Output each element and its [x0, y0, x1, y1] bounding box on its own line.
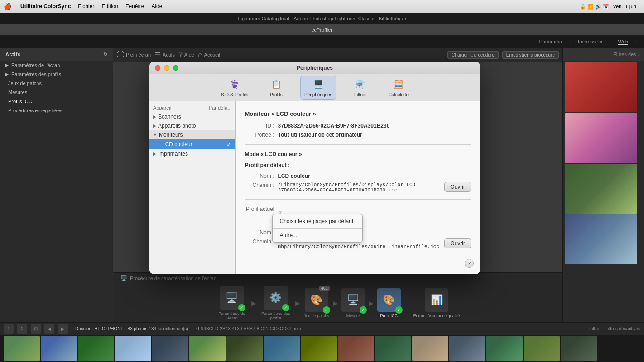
filmstrip-thumb-2[interactable] [41, 336, 77, 361]
apple-menu[interactable]: 🍎 [4, 3, 11, 10]
status-right: Filtre : Filtres désactivés [589, 326, 640, 331]
nav-jeux-patchs[interactable]: Jeux de patchs [0, 79, 113, 88]
aide-menu[interactable]: Aide [151, 3, 162, 10]
nav-mesures[interactable]: Mesures [0, 88, 113, 97]
ouvrir-button-1[interactable]: Ouvrir [444, 182, 471, 192]
nav-label-6: Procédures enregistrées [8, 108, 62, 113]
nav-procedures[interactable]: Procédures enregistrées [0, 106, 113, 115]
filmstrip-thumb-3[interactable] [78, 336, 114, 361]
filmstrip-thumb-1[interactable] [4, 336, 40, 361]
qa-icon: 📊 [425, 288, 448, 312]
thumb-1[interactable] [565, 62, 637, 112]
dropdown-item-default[interactable]: Choisir les réglages par défaut [273, 216, 362, 227]
plein-ecran-btn[interactable]: ⛶ Plein écran [117, 51, 151, 59]
filmstrip-thumb-5[interactable] [152, 336, 188, 361]
page-num-2[interactable]: 2 [17, 324, 27, 334]
app-name[interactable]: Utilitaire ColorSync [20, 3, 71, 10]
nom-label: Nom : [245, 173, 274, 179]
edition-menu[interactable]: Edition [101, 3, 118, 10]
status-icons: 🔒 📶 🔊 📅 [580, 4, 609, 10]
monitor-title: Moniteur « LCD couleur » [245, 110, 471, 117]
tab-panorama[interactable]: Panorama [539, 39, 562, 44]
window-close-btn[interactable] [155, 65, 160, 71]
thumb-2[interactable] [565, 113, 637, 163]
aide-label: Aide [184, 52, 194, 57]
toolbar-filtres[interactable]: ⚗️ Filtres [351, 76, 370, 99]
filmstrip-thumb-14[interactable] [486, 336, 523, 361]
filmstrip-thumb-6[interactable] [189, 336, 226, 361]
right-actions: Charger la procédure Enregistrer la proc… [447, 51, 559, 59]
step1-icon[interactable]: 🖥️ ✓ [220, 286, 244, 310]
sidebar-group-appareils[interactable]: ▶ Appareils photo [149, 121, 235, 130]
fichier-menu[interactable]: Fichier [78, 3, 94, 10]
monitor-icon: 🖥️ [120, 275, 127, 281]
ouvrir-button-2[interactable]: Ouvrir [444, 238, 471, 248]
default-profile-label: Profil par défaut : [245, 162, 471, 168]
dropdown-item-autre[interactable]: Autre... [273, 230, 362, 241]
step5-visual: 🎨 [383, 294, 395, 306]
nav-parametres-profils[interactable]: ▶ Paramètres des profils [0, 70, 113, 79]
thumb-4[interactable] [565, 214, 637, 264]
folder-info: Dossier : HEIC IPHONE 83 photos / 83 sél… [75, 326, 188, 331]
sidebar-group-scanners-header[interactable]: ▶ Scanners [149, 112, 235, 121]
step4-label: Mesure [346, 314, 360, 318]
page-num-1[interactable]: 1 [4, 324, 14, 334]
actifs-btn[interactable]: ☰ Actifs [154, 51, 175, 59]
sidebar-group-imprimantes-header[interactable]: ▶ Imprimantes [149, 149, 235, 158]
sidebar-group-appareils-header[interactable]: ▶ Appareils photo [149, 121, 235, 130]
calculette-label: Calculette [389, 92, 409, 97]
workflow-steps: 🖥️ ✓ Paramètres de l'écran ▶ ⚙️ ✓ Paramè… [113, 284, 562, 322]
step4-icon[interactable]: 🖥️ ✓ [341, 288, 365, 312]
window-minimize-btn[interactable] [164, 65, 169, 71]
filmstrip-thumb-15[interactable] [524, 336, 560, 361]
step5-icon[interactable]: 🎨 ✓ [377, 288, 401, 312]
charger-btn[interactable]: Charger la procédure [447, 51, 499, 59]
filmstrip-thumb-13[interactable] [449, 336, 485, 361]
sidebar-child-lcd-couleur[interactable]: LCD couleur ✓ [149, 139, 235, 149]
lr-main: Actifs ↻ ▶ Paramètres de l'écran ▶ Param… [0, 48, 644, 322]
filmstrip-thumb-12[interactable] [412, 336, 448, 361]
photo-count: 83 photos [128, 326, 148, 331]
window-maximize-btn[interactable] [173, 65, 178, 71]
enregistrer-btn[interactable]: Enregistrer la procédure [502, 51, 559, 59]
grid-view-btn[interactable]: ⊞ [31, 324, 41, 334]
accueil-btn[interactable]: ⌂ Accueil [198, 51, 220, 59]
nav-profils-icc[interactable]: Profils ICC [0, 97, 113, 106]
filmstrip-thumb-11[interactable] [375, 336, 411, 361]
sidebar-group-scanners[interactable]: ▶ Scanners [149, 112, 235, 121]
help-button[interactable]: ? [465, 259, 474, 268]
imprimantes-label: Imprimantes [158, 151, 188, 157]
step3-icon[interactable]: 🎨 461 ✓ [305, 288, 328, 312]
filmstrip-thumb-4[interactable] [115, 336, 151, 361]
fenetre-menu[interactable]: Fenêtre [125, 3, 144, 10]
toolbar-sos[interactable]: ⚕️ S.O.S. Profils [217, 76, 252, 99]
sidebar-group-moniteurs-header[interactable]: ▼ Moniteurs [149, 130, 235, 139]
sos-icon: ⚕️ [228, 78, 241, 90]
toolbar-calculette[interactable]: 🧮 Calculette [385, 76, 412, 99]
aide-btn[interactable]: ? Aide [178, 51, 194, 59]
actifs-icon: ☰ [154, 51, 161, 59]
tab-web[interactable]: Web [618, 39, 628, 45]
lr-background: Lightroom Catalog.lrcat - Adobe Photosho… [0, 13, 644, 362]
aide-icon: ? [178, 51, 183, 59]
window-main: Moniteur « LCD couleur » ID : 37D8832A-2… [236, 101, 480, 274]
filmstrip-thumb-8[interactable] [264, 336, 300, 361]
toolbar-profils[interactable]: 📋 Profils [266, 76, 286, 99]
filmstrip-thumb-16[interactable] [561, 336, 597, 361]
peripheriques-icon: 🖥️ [312, 78, 325, 90]
nav-parametres-ecran[interactable]: ▶ Paramètres de l'écran [0, 61, 113, 70]
step2-icon[interactable]: ⚙️ ✓ [264, 286, 288, 310]
filmstrip-thumb-9[interactable] [301, 336, 337, 361]
sidebar-group-moniteurs[interactable]: ▼ Moniteurs LCD couleur ✓ [149, 130, 235, 149]
filmstrip-thumb-7[interactable] [226, 336, 263, 361]
thumb-3[interactable] [565, 164, 637, 214]
step4-visual: 🖥️ [347, 294, 359, 306]
toolbar-peripheriques[interactable]: 🖥️ Périphériques [301, 76, 336, 99]
sidebar-group-imprimantes[interactable]: ▶ Imprimantes [149, 149, 235, 158]
filmstrip-thumb-10[interactable] [338, 336, 374, 361]
lr-window-title: Lightroom Catalog.lrcat - Adobe Photosho… [238, 16, 406, 21]
prev-btn[interactable]: ◀ [44, 324, 54, 334]
next-btn[interactable]: ▶ [58, 324, 68, 334]
refresh-icon[interactable]: ↻ [103, 52, 108, 57]
tab-impression[interactable]: Impression [578, 39, 602, 44]
